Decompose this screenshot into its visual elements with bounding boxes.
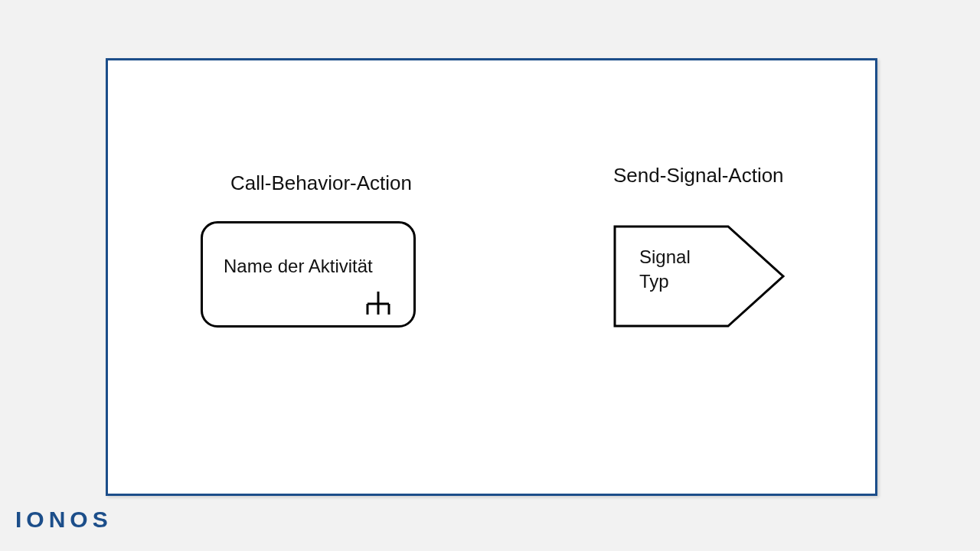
call-behavior-action-node: Name der Aktivität bbox=[201, 221, 416, 328]
send-signal-action-node: Signal Typ bbox=[613, 225, 786, 328]
activity-name-label: Name der Aktivität bbox=[224, 256, 373, 277]
diagram-frame: Call-Behavior-Action Send-Signal-Action … bbox=[106, 58, 877, 496]
rake-icon bbox=[364, 292, 392, 316]
brand-logo: IONOS bbox=[15, 507, 113, 533]
signal-label: Signal Typ bbox=[639, 245, 691, 295]
call-behavior-title: Call-Behavior-Action bbox=[230, 171, 412, 195]
send-signal-title: Send-Signal-Action bbox=[613, 164, 784, 187]
signal-line2: Typ bbox=[639, 271, 669, 292]
signal-line1: Signal bbox=[639, 246, 691, 267]
